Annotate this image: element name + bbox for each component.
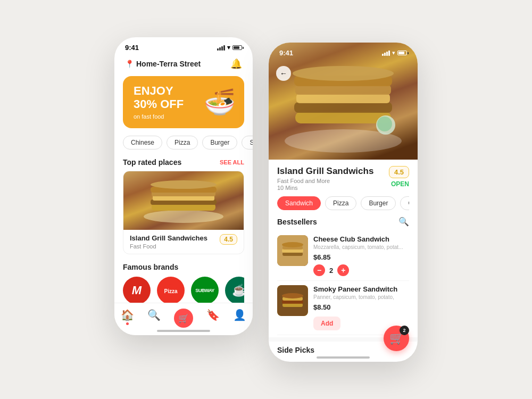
menu-item-cheese-sandwich: Cheese Club Sandwich Mozzarella, capsicu…: [277, 231, 409, 281]
paneer-sandwich-price: $8.50: [313, 303, 409, 311]
nav-home[interactable]: 🏠: [121, 309, 134, 328]
svg-rect-19: [282, 252, 303, 256]
sandwich-svg: [136, 174, 231, 227]
subway-logo: SUBWAY: [191, 277, 219, 304]
food-card-image: [123, 171, 244, 230]
home-indicator: [157, 330, 210, 332]
promo-banner[interactable]: ENJOY 30% OFF on fast food 🍜: [123, 76, 244, 128]
cheese-sandwich-price: $6.85: [313, 253, 409, 261]
svg-point-17: [377, 117, 392, 131]
mcdonalds-logo: M: [123, 277, 151, 304]
svg-rect-11: [294, 102, 392, 113]
phone-2: 9:41 ▾ ←: [269, 43, 418, 362]
qty-controls-cheese: − 2 +: [313, 264, 409, 276]
restaurant-title-row: Island Grill Sandwichs Fast Food and Mor…: [277, 166, 409, 191]
promo-line3: on fast food: [134, 113, 184, 120]
svg-rect-24: [282, 303, 303, 307]
status-bar-1: 9:41 ▾: [114, 37, 253, 54]
side-picks-title: Side Picks: [277, 346, 314, 354]
svg-point-15: [293, 66, 394, 81]
food-card-info: Island Grill Sandwiches Fast Food 4.5: [123, 230, 244, 254]
see-all-button[interactable]: SEE ALL: [220, 159, 244, 165]
p2-category-sandwich[interactable]: Sandwich: [277, 196, 321, 210]
promo-line2: 30% OFF: [134, 97, 184, 111]
location-text: Home-Terra Street: [136, 60, 201, 68]
nav-bookmark[interactable]: 🔖: [206, 309, 220, 328]
svg-rect-12: [296, 94, 390, 103]
location-pin-icon: 📍: [125, 60, 134, 68]
search-icon[interactable]: 🔍: [398, 217, 409, 227]
promo-text: ENJOY 30% OFF on fast food: [134, 85, 184, 120]
qty-value: 2: [329, 267, 333, 275]
restaurant-name: Island Grill Sandwichs: [277, 166, 373, 177]
restaurant-subtitle: Fast Food and More: [277, 178, 373, 184]
category-pizza[interactable]: Pizza: [167, 136, 198, 149]
p2-category-pizza[interactable]: Pizza: [325, 196, 356, 210]
cheese-sandwich-details: Cheese Club Sandwich Mozzarella, capsicu…: [313, 235, 409, 276]
top-rated-header: Top rated places SEE ALL: [114, 154, 253, 171]
paneer-sandwich-name: Smoky Paneer Sandwitch: [313, 285, 409, 293]
back-button[interactable]: ←: [276, 66, 291, 81]
p2-status-bar: 9:41 ▾: [269, 43, 418, 59]
phones-container: 9:41 ▾ 📍 Home-Terra Street 🔔: [93, 16, 439, 383]
svg-point-6: [151, 180, 217, 189]
status-time-1: 9:41: [125, 44, 139, 52]
category-burger[interactable]: Burger: [202, 136, 237, 149]
p2-status-time: 9:41: [279, 49, 293, 57]
nav-profile[interactable]: 👤: [233, 309, 246, 328]
qty-plus-button[interactable]: +: [337, 264, 349, 276]
bestsellers-header: Bestsellers 🔍: [277, 214, 409, 231]
starbucks-logo: ☕: [225, 277, 244, 304]
phone-1: 9:41 ▾ 📍 Home-Terra Street 🔔: [114, 37, 253, 335]
svg-rect-13: [295, 85, 391, 95]
menu-item-pepsi: PEPSI Pepsi Cola 500 ml $1.00: [277, 359, 409, 362]
wifi-icon: ▾: [227, 44, 230, 51]
nav-search[interactable]: 🔍: [147, 309, 161, 328]
nav-cart[interactable]: 🛒: [174, 309, 193, 328]
cart-fab-badge: 2: [400, 326, 409, 335]
svg-point-27: [282, 293, 303, 298]
paneer-sandwich-img: [277, 285, 308, 316]
status-icons-1: ▾: [217, 44, 242, 51]
cart-button[interactable]: 🛒: [174, 309, 193, 328]
notification-bell-icon[interactable]: 🔔: [230, 58, 242, 70]
p2-category-burger[interactable]: Burger: [361, 196, 396, 210]
cheese-sandwich-desc: Mozzarella, capsicum, tomato, potat...: [313, 244, 409, 250]
paneer-sandwich-details: Smoky Paneer Sandwitch Panner, capsicum,…: [313, 285, 409, 330]
cheese-sandwich-name: Cheese Club Sandwich: [313, 235, 409, 243]
cart-fab-button[interactable]: 🛒 2: [384, 326, 409, 351]
food-card-type: Fast Food: [130, 243, 207, 250]
restaurant-rating: 4.5: [389, 166, 409, 178]
p2-battery-icon: [397, 51, 407, 55]
food-card-name: Island Grill Sandwiches: [130, 234, 207, 242]
paneer-sandwich-desc: Panner, capsicum, tomato, potato,: [313, 294, 409, 300]
svg-text:Pizza: Pizza: [164, 288, 177, 294]
promo-bowl-icon: 🍜: [204, 87, 236, 117]
p1-header: 📍 Home-Terra Street 🔔: [114, 54, 253, 76]
restaurant-hero-image: 9:41 ▾ ←: [269, 43, 418, 160]
pizzahut-logo: Pizza: [157, 277, 185, 304]
p2-categories-row: Sandwich Pizza Burger Chinese: [277, 191, 409, 214]
p2-home-indicator: [317, 356, 370, 359]
category-sandwich[interactable]: Sandwich: [242, 136, 253, 149]
svg-point-22: [282, 242, 303, 247]
food-card-rating: 4.5: [220, 234, 237, 245]
cheese-sandwich-img: [277, 235, 308, 266]
restaurant-status: OPEN: [389, 180, 409, 188]
brands-header: Famous brands: [123, 259, 244, 271]
p2-category-chinese[interactable]: Chinese: [400, 196, 409, 210]
nav-home-dot: [126, 322, 129, 325]
qty-minus-button[interactable]: −: [313, 264, 325, 276]
featured-food-card[interactable]: Island Grill Sandwiches Fast Food 4.5: [123, 171, 244, 254]
category-chinese[interactable]: Chinese: [123, 136, 162, 149]
top-rated-title: Top rated places: [123, 158, 181, 167]
add-button[interactable]: Add: [313, 317, 340, 330]
p2-wifi-icon: ▾: [392, 49, 395, 56]
svg-rect-20: [282, 249, 303, 253]
hero-sandwich-svg: [269, 43, 418, 160]
restaurant-time: 10 Mins: [277, 185, 373, 191]
location-display[interactable]: 📍 Home-Terra Street: [125, 60, 201, 68]
p2-status-icons: ▾: [382, 49, 407, 56]
battery-icon: [232, 45, 242, 50]
brands-title: Famous brands: [123, 263, 178, 271]
